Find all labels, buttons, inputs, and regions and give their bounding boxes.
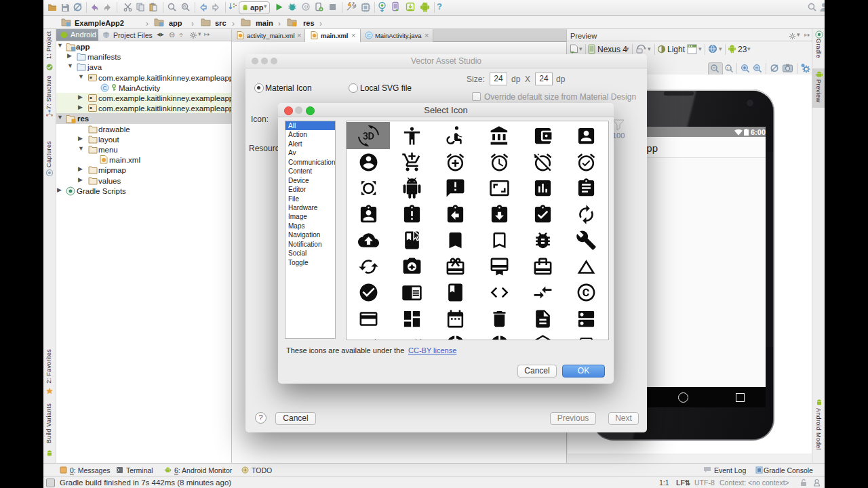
svg-text:C: C <box>367 33 371 39</box>
svg-text:1:1: 1:1 <box>726 66 732 70</box>
svg-text:C: C <box>102 84 106 91</box>
